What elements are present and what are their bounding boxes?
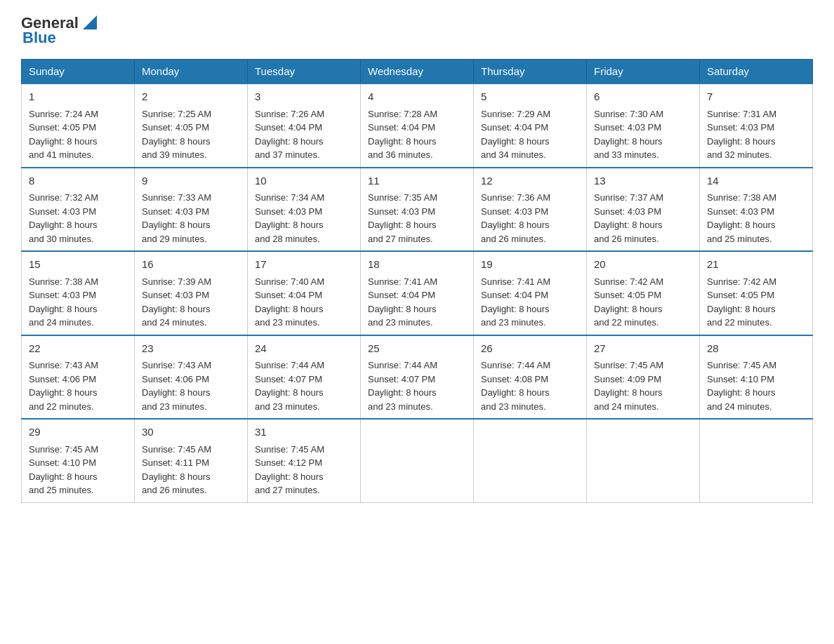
calendar-cell: 1Sunrise: 7:24 AMSunset: 4:05 PMDaylight… bbox=[22, 83, 135, 168]
day-number: 21 bbox=[707, 257, 805, 273]
day-number: 9 bbox=[142, 173, 240, 189]
daylight-text: Daylight: 8 hours bbox=[29, 471, 98, 482]
calendar-cell: 3Sunrise: 7:26 AMSunset: 4:04 PMDaylight… bbox=[248, 83, 361, 168]
sunset-text: Sunset: 4:03 PM bbox=[707, 206, 774, 217]
sunset-text: Sunset: 4:06 PM bbox=[29, 374, 96, 384]
calendar-cell: 11Sunrise: 7:35 AMSunset: 4:03 PMDayligh… bbox=[361, 168, 474, 252]
sunset-text: Sunset: 4:08 PM bbox=[481, 374, 548, 384]
daylight-text: Daylight: 8 hours bbox=[255, 304, 324, 314]
sunset-text: Sunset: 4:03 PM bbox=[368, 206, 435, 217]
daylight-minutes: and 26 minutes. bbox=[481, 234, 546, 244]
sunset-text: Sunset: 4:09 PM bbox=[594, 374, 661, 384]
day-number: 14 bbox=[707, 173, 805, 189]
calendar-cell bbox=[474, 419, 587, 502]
column-header-tuesday: Tuesday bbox=[248, 60, 361, 84]
calendar-cell: 15Sunrise: 7:38 AMSunset: 4:03 PMDayligh… bbox=[22, 251, 135, 335]
sunset-text: Sunset: 4:04 PM bbox=[368, 290, 435, 300]
sunrise-text: Sunrise: 7:38 AM bbox=[707, 192, 776, 203]
calendar-week-row: 29Sunrise: 7:45 AMSunset: 4:10 PMDayligh… bbox=[22, 419, 813, 502]
sunrise-text: Sunrise: 7:26 AM bbox=[255, 109, 324, 119]
calendar-cell: 9Sunrise: 7:33 AMSunset: 4:03 PMDaylight… bbox=[135, 168, 248, 252]
day-number: 23 bbox=[142, 341, 240, 357]
daylight-minutes: and 28 minutes. bbox=[255, 234, 320, 244]
page-header: General Blue bbox=[21, 14, 813, 46]
daylight-minutes: and 34 minutes. bbox=[481, 149, 546, 160]
daylight-minutes: and 22 minutes. bbox=[594, 317, 659, 328]
sunset-text: Sunset: 4:07 PM bbox=[368, 374, 435, 384]
daylight-minutes: and 22 minutes. bbox=[707, 317, 772, 328]
day-number: 17 bbox=[255, 257, 353, 273]
calendar-cell: 8Sunrise: 7:32 AMSunset: 4:03 PMDaylight… bbox=[22, 168, 135, 252]
sunset-text: Sunset: 4:03 PM bbox=[707, 122, 774, 133]
calendar-cell: 25Sunrise: 7:44 AMSunset: 4:07 PMDayligh… bbox=[361, 335, 474, 420]
daylight-minutes: and 41 minutes. bbox=[29, 149, 94, 160]
day-number: 4 bbox=[368, 89, 466, 105]
logo-blue-text: Blue bbox=[21, 29, 100, 46]
sunrise-text: Sunrise: 7:44 AM bbox=[481, 360, 550, 370]
day-number: 18 bbox=[368, 257, 466, 273]
calendar-header-row: SundayMondayTuesdayWednesdayThursdayFrid… bbox=[22, 60, 813, 84]
sunrise-text: Sunrise: 7:42 AM bbox=[707, 276, 776, 287]
day-number: 3 bbox=[255, 89, 353, 105]
daylight-text: Daylight: 8 hours bbox=[481, 304, 550, 314]
daylight-text: Daylight: 8 hours bbox=[255, 471, 324, 482]
sunset-text: Sunset: 4:03 PM bbox=[29, 206, 96, 217]
calendar-cell: 5Sunrise: 7:29 AMSunset: 4:04 PMDaylight… bbox=[474, 83, 587, 168]
sunrise-text: Sunrise: 7:30 AM bbox=[594, 109, 663, 119]
day-number: 25 bbox=[368, 341, 466, 357]
daylight-text: Daylight: 8 hours bbox=[29, 387, 98, 398]
sunrise-text: Sunrise: 7:39 AM bbox=[142, 276, 211, 287]
sunset-text: Sunset: 4:05 PM bbox=[142, 122, 209, 133]
sunset-text: Sunset: 4:04 PM bbox=[255, 290, 322, 300]
sunrise-text: Sunrise: 7:43 AM bbox=[142, 360, 211, 370]
daylight-text: Daylight: 8 hours bbox=[481, 136, 550, 147]
column-header-monday: Monday bbox=[135, 60, 248, 84]
daylight-minutes: and 32 minutes. bbox=[707, 149, 772, 160]
sunrise-text: Sunrise: 7:37 AM bbox=[594, 192, 663, 203]
daylight-minutes: and 24 minutes. bbox=[142, 317, 207, 328]
daylight-minutes: and 23 minutes. bbox=[368, 401, 433, 412]
daylight-text: Daylight: 8 hours bbox=[142, 220, 211, 230]
daylight-text: Daylight: 8 hours bbox=[29, 136, 98, 147]
daylight-minutes: and 29 minutes. bbox=[142, 234, 207, 244]
daylight-minutes: and 27 minutes. bbox=[368, 234, 433, 244]
sunset-text: Sunset: 4:05 PM bbox=[29, 122, 96, 133]
day-number: 16 bbox=[142, 257, 240, 273]
daylight-text: Daylight: 8 hours bbox=[368, 387, 437, 398]
sunset-text: Sunset: 4:10 PM bbox=[707, 374, 774, 384]
calendar-week-row: 22Sunrise: 7:43 AMSunset: 4:06 PMDayligh… bbox=[22, 335, 813, 420]
calendar-cell: 18Sunrise: 7:41 AMSunset: 4:04 PMDayligh… bbox=[361, 251, 474, 335]
daylight-minutes: and 25 minutes. bbox=[707, 234, 772, 244]
logo: General Blue bbox=[21, 14, 100, 46]
sunset-text: Sunset: 4:04 PM bbox=[368, 122, 435, 133]
calendar-cell: 26Sunrise: 7:44 AMSunset: 4:08 PMDayligh… bbox=[474, 335, 587, 420]
calendar-cell: 31Sunrise: 7:45 AMSunset: 4:12 PMDayligh… bbox=[248, 419, 361, 502]
daylight-minutes: and 23 minutes. bbox=[481, 317, 546, 328]
calendar-cell: 16Sunrise: 7:39 AMSunset: 4:03 PMDayligh… bbox=[135, 251, 248, 335]
calendar-cell bbox=[700, 419, 813, 502]
column-header-thursday: Thursday bbox=[474, 60, 587, 84]
calendar-cell: 21Sunrise: 7:42 AMSunset: 4:05 PMDayligh… bbox=[700, 251, 813, 335]
calendar-week-row: 15Sunrise: 7:38 AMSunset: 4:03 PMDayligh… bbox=[22, 251, 813, 335]
sunrise-text: Sunrise: 7:43 AM bbox=[29, 360, 98, 370]
day-number: 8 bbox=[29, 173, 127, 189]
sunset-text: Sunset: 4:03 PM bbox=[142, 206, 209, 217]
daylight-text: Daylight: 8 hours bbox=[368, 304, 437, 314]
daylight-minutes: and 23 minutes. bbox=[481, 401, 546, 412]
sunrise-text: Sunrise: 7:25 AM bbox=[142, 109, 211, 119]
sunrise-text: Sunrise: 7:34 AM bbox=[255, 192, 324, 203]
day-number: 19 bbox=[481, 257, 579, 273]
calendar-cell: 2Sunrise: 7:25 AMSunset: 4:05 PMDaylight… bbox=[135, 83, 248, 168]
calendar-cell: 19Sunrise: 7:41 AMSunset: 4:04 PMDayligh… bbox=[474, 251, 587, 335]
sunset-text: Sunset: 4:04 PM bbox=[255, 122, 322, 133]
day-number: 13 bbox=[594, 173, 692, 189]
sunrise-text: Sunrise: 7:38 AM bbox=[29, 276, 98, 287]
sunrise-text: Sunrise: 7:42 AM bbox=[594, 276, 663, 287]
daylight-text: Daylight: 8 hours bbox=[142, 471, 211, 482]
day-number: 31 bbox=[255, 424, 353, 441]
daylight-text: Daylight: 8 hours bbox=[707, 136, 776, 147]
daylight-text: Daylight: 8 hours bbox=[29, 220, 98, 230]
day-number: 1 bbox=[29, 89, 127, 105]
daylight-text: Daylight: 8 hours bbox=[142, 304, 211, 314]
sunset-text: Sunset: 4:03 PM bbox=[255, 206, 322, 217]
